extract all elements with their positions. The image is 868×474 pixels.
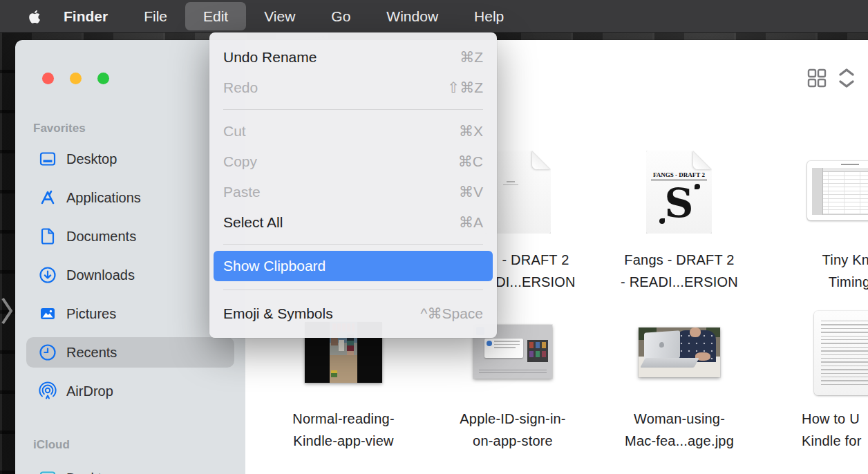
menubar-item-edit[interactable]: Edit (185, 2, 246, 30)
desktop: Favorites Desktop Applications Documents… (0, 0, 868, 474)
pictures-icon (38, 304, 57, 323)
menubar-item-view[interactable]: View (246, 2, 313, 30)
sidebar-item-desktop[interactable]: Desktop (26, 144, 234, 174)
sidebar-item-airdrop[interactable]: AirDrop (26, 376, 234, 406)
menu-bar: Finder File Edit View Go Window Help (0, 0, 868, 32)
shortcut: ⌘V (459, 184, 483, 200)
menu-item-select-all[interactable]: Select All ⌘A (209, 207, 497, 238)
sidebar-section-title: iCloud (33, 438, 245, 452)
file-icon-text-document (814, 311, 868, 395)
close-button[interactable] (42, 73, 54, 84)
zoom-button[interactable] (97, 73, 109, 84)
apple-logo-icon (26, 7, 43, 26)
file-name-line: Kindle-app-view (267, 430, 419, 452)
file-icon-image (639, 328, 720, 377)
document-icon (38, 227, 57, 246)
file-name-line: Kindle for (802, 430, 868, 452)
shortcut: ⌘Z (460, 49, 483, 66)
menu-item-show-clipboard[interactable]: Show Clipboard (214, 251, 493, 281)
sidebar-item-label: AirDrop (66, 383, 113, 399)
menubar-item-go[interactable]: Go (313, 2, 368, 30)
sidebar-item-label: Recents (66, 345, 117, 361)
airdrop-icon (38, 381, 57, 401)
apple-menu[interactable] (26, 8, 43, 26)
sidebar-item-applications[interactable]: Applications (26, 182, 234, 213)
wallpaper-mark (1, 297, 14, 325)
sidebar-item-label: Applications (66, 190, 141, 206)
sidebar-item-label: Pictures (66, 306, 116, 322)
sidebar-item-icloud-desktop[interactable]: Desktop (26, 463, 234, 474)
appstore-icon (38, 188, 57, 207)
sidebar-item-downloads[interactable]: Downloads (26, 260, 234, 290)
sidebar-item-documents[interactable]: Documents (26, 221, 234, 252)
menu-item-copy: Copy ⌘C (209, 146, 497, 177)
file-name-line: Apple-ID-sign-in- (437, 408, 589, 430)
sidebar-item-label: Downloads (66, 267, 135, 283)
sidebar-item-recents[interactable]: Recents (26, 337, 234, 368)
grid-view-icon[interactable] (806, 68, 827, 88)
sidebar-item-label: Documents (66, 229, 136, 245)
menubar-item-window[interactable]: Window (368, 2, 456, 30)
sidebar-section-icloud: iCloud Desktop (15, 438, 245, 474)
file-icon-spreadsheet (807, 161, 868, 220)
file-name-line: Woman-using- (603, 408, 755, 430)
traffic-lights (42, 73, 109, 84)
minimize-button[interactable] (70, 73, 82, 84)
menu-item-emoji-symbols[interactable]: Emoji & Symbols ^⌘Space (209, 298, 497, 329)
shortcut: ⌘C (458, 153, 483, 170)
sidebar-item-label: Desktop (66, 471, 117, 474)
shortcut: ⌘A (459, 214, 483, 231)
menubar-item-help[interactable]: Help (456, 2, 522, 30)
file-name-line: Fangs - DRAFT 2 (603, 249, 755, 271)
shortcut: ^⌘Space (421, 305, 483, 322)
download-circle-icon (38, 265, 57, 285)
file-name-line: Tiny Knit (773, 249, 868, 271)
desktop-icon (38, 468, 57, 474)
file-name-line: on-app-store (437, 430, 589, 452)
sidebar-item-pictures[interactable]: Pictures (26, 298, 234, 329)
shortcut: ⌘X (459, 123, 483, 140)
file-name-line: Timing (773, 271, 868, 293)
file-name-line: Normal-reading- (267, 408, 419, 430)
file-name-line: How to U (802, 408, 868, 430)
toolbar-view-controls (806, 68, 857, 88)
menu-separator (223, 109, 483, 110)
file-name-line: Mac-fea...age.jpg (603, 430, 755, 452)
shortcut: ⇧⌘Z (448, 79, 483, 96)
menu-separator (223, 244, 483, 245)
file-icon-scrivener-document: FANGS - DRAFT 2 S (646, 151, 712, 234)
menu-item-paste: Paste ⌘V (209, 177, 497, 207)
menubar-item-file[interactable]: File (126, 2, 185, 30)
menu-item-cut: Cut ⌘X (209, 116, 497, 146)
view-options-chevrons[interactable] (836, 68, 857, 88)
desktop-icon (38, 149, 57, 169)
scrivener-s-glyph: S (646, 183, 712, 223)
clock-icon (38, 343, 57, 362)
menu-item-undo-rename[interactable]: Undo Rename ⌘Z (209, 42, 497, 73)
menubar-item-finder[interactable]: Finder (46, 2, 126, 30)
file-name-line: - READI...ERSION (603, 271, 755, 293)
menu-item-redo: Redo ⇧⌘Z (209, 73, 497, 103)
sidebar-item-label: Desktop (66, 151, 117, 167)
edit-dropdown-menu: Undo Rename ⌘Z Redo ⇧⌘Z Cut ⌘X Copy ⌘C P… (209, 32, 497, 338)
menu-separator (223, 290, 483, 290)
